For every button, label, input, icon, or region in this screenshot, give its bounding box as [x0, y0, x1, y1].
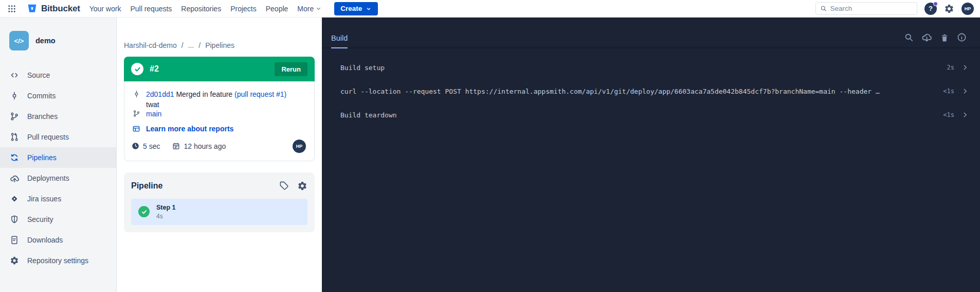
jira-icon: [9, 194, 20, 204]
breadcrumb-repo[interactable]: Harshil-cd-demo: [124, 41, 177, 49]
log-row-label: Build setup: [340, 64, 938, 72]
user-avatar[interactable]: HP: [961, 3, 974, 15]
build-number: #2: [150, 64, 159, 74]
sidebar-item-pipelines[interactable]: Pipelines: [0, 147, 116, 168]
sidebar-item-label: Security: [27, 215, 53, 224]
branch-link[interactable]: main: [146, 109, 161, 119]
commit-description: twat: [146, 100, 306, 109]
log-row-curl-command[interactable]: curl --location --request POST https://i…: [340, 79, 969, 103]
pipeline-summary-panel: Harshil-cd-demo / ... / Pipelines #2 Rer…: [117, 18, 322, 292]
pipeline-card-title: Pipeline: [131, 181, 162, 191]
bitbucket-wordmark: Bitbucket: [41, 4, 80, 14]
breadcrumb-ellipsis[interactable]: ...: [188, 41, 194, 49]
committer-avatar[interactable]: HP: [293, 140, 306, 153]
pull-request-link[interactable]: (pull request #1): [234, 90, 286, 98]
success-check-icon: [131, 63, 143, 75]
sidebar-item-label: Branches: [27, 112, 58, 121]
search-icon: [820, 5, 827, 12]
create-button[interactable]: Create: [334, 2, 378, 15]
branch-icon: [9, 111, 20, 122]
sidebar-item-label: Source: [27, 71, 50, 79]
nav-more-label: More: [297, 5, 314, 13]
sidebar-item-downloads[interactable]: Downloads: [0, 230, 116, 250]
step-duration: 4s: [156, 213, 176, 220]
nav-pull-requests[interactable]: Pull requests: [130, 5, 172, 13]
pipeline-card: Pipeline Step 1 4s: [124, 173, 315, 232]
chevron-right-icon: [961, 64, 969, 71]
bitbucket-logo[interactable]: Bitbucket: [27, 3, 80, 14]
commit-icon: [9, 91, 20, 101]
info-icon[interactable]: [957, 32, 967, 42]
sidebar-item-label: Pipelines: [27, 153, 57, 162]
gear-icon: [9, 255, 20, 266]
chevron-down-icon: [366, 6, 372, 12]
sidebar-item-deployments[interactable]: Deployments: [0, 168, 116, 188]
log-row-duration: <1s: [943, 111, 954, 118]
settings-gear-icon[interactable]: [944, 4, 954, 14]
reports-icon: [132, 124, 141, 133]
trash-icon[interactable]: [940, 33, 949, 42]
sidebar-item-security[interactable]: Security: [0, 209, 116, 230]
nav-repositories[interactable]: Repositories: [181, 5, 221, 13]
build-duration: 5 sec: [143, 142, 160, 150]
rerun-button[interactable]: Rerun: [275, 62, 307, 76]
breadcrumb-separator: /: [182, 41, 184, 49]
sidebar-item-commits[interactable]: Commits: [0, 85, 116, 106]
shield-icon: [9, 214, 20, 225]
question-mark-icon: ?: [929, 5, 933, 12]
sidebar-item-label: Repository settings: [27, 256, 88, 265]
breadcrumb: Harshil-cd-demo / ... / Pipelines: [124, 41, 315, 49]
step-success-check-icon: [138, 206, 150, 217]
sidebar-item-label: Pull requests: [27, 133, 69, 141]
step-name: Step 1: [156, 204, 176, 211]
repo-avatar[interactable]: </>: [9, 31, 29, 50]
log-row-build-teardown[interactable]: Build teardown <1s: [340, 103, 969, 127]
chevron-right-icon: [961, 88, 969, 95]
sidebar-item-label: Downloads: [27, 236, 63, 244]
global-search[interactable]: [815, 2, 917, 15]
learn-more-reports-link[interactable]: Learn more about reports: [146, 124, 233, 134]
commit-message-text: Merged in feature: [176, 90, 232, 98]
nav-more-menu[interactable]: More: [297, 5, 322, 13]
pipelines-icon: [9, 152, 20, 163]
sidebar-item-pull-requests[interactable]: Pull requests: [0, 127, 116, 147]
log-row-label: Build teardown: [340, 111, 934, 119]
chevron-right-icon: [961, 111, 969, 118]
pipeline-step-row[interactable]: Step 1 4s: [131, 199, 307, 225]
repo-sidebar: </> demo Source Commits Branches Pull: [0, 18, 117, 292]
log-row-build-setup[interactable]: Build setup 2s: [340, 56, 969, 79]
nav-projects[interactable]: Projects: [230, 5, 257, 13]
download-logs-cloud-icon[interactable]: [921, 32, 932, 43]
branch-icon: [132, 109, 141, 117]
breadcrumb-page[interactable]: Pipelines: [205, 41, 234, 49]
nav-people[interactable]: People: [266, 5, 288, 13]
sidebar-item-source[interactable]: Source: [0, 65, 116, 85]
help-button[interactable]: ?: [924, 3, 937, 15]
clock-icon: [132, 142, 139, 150]
sidebar-item-label: Commits: [27, 92, 56, 100]
bitbucket-bucket-icon: [27, 3, 38, 14]
deployments-cloud-icon: [9, 173, 20, 183]
search-input[interactable]: [830, 5, 913, 12]
log-row-duration: 2s: [947, 64, 954, 71]
chevron-down-icon: [315, 5, 322, 12]
sidebar-item-jira-issues[interactable]: Jira issues: [0, 188, 116, 209]
tab-build[interactable]: Build: [331, 34, 348, 48]
sidebar-item-repository-settings[interactable]: Repository settings: [0, 250, 116, 271]
app-switcher-grid-icon[interactable]: [6, 3, 17, 14]
log-row-duration: <1s: [943, 88, 954, 95]
sidebar-item-branches[interactable]: Branches: [0, 106, 116, 127]
build-status-banner: #2 Rerun: [124, 57, 315, 81]
label-tag-icon[interactable]: [279, 181, 289, 191]
breadcrumb-separator: /: [198, 41, 201, 49]
nav-your-work[interactable]: Your work: [89, 5, 121, 13]
build-time-ago: 12 hours ago: [184, 142, 226, 150]
log-row-label: curl --location --request POST https://i…: [340, 88, 934, 95]
notification-dot: [933, 2, 938, 6]
calendar-icon: [172, 142, 180, 150]
top-navbar: Bitbucket Your work Pull requests Reposi…: [0, 0, 980, 18]
log-search-icon[interactable]: [904, 32, 914, 42]
commit-hash-link[interactable]: 2d01dd1: [146, 90, 174, 98]
pipeline-settings-gear-icon[interactable]: [297, 181, 307, 191]
sidebar-item-label: Deployments: [27, 174, 69, 182]
